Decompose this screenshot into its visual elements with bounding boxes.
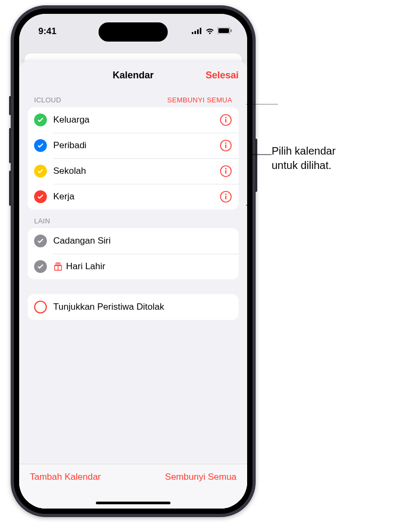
section-header-icloud: ICLOUD SEMBUNYI SEMUA (28, 88, 239, 107)
side-button-vol-up (9, 128, 11, 163)
dynamic-island (99, 22, 168, 42)
status-time: 9:41 (38, 26, 56, 37)
calendar-row-sekolah[interactable]: Sekolah (28, 158, 239, 184)
section-label-icloud: ICLOUD (34, 96, 61, 104)
wifi-icon (205, 26, 215, 37)
check-icon[interactable] (34, 235, 47, 247)
screen: 9:41 (19, 14, 247, 509)
calendar-row-siri[interactable]: Cadangan Siri (28, 228, 239, 254)
cellular-icon (192, 26, 202, 37)
svg-point-11 (225, 142, 227, 144)
home-indicator[interactable] (96, 502, 170, 504)
calendar-label: Kerja (53, 191, 219, 202)
side-button-silence (9, 96, 11, 115)
callout-text: Pilih kalendar untuk dilihat. (272, 144, 336, 173)
calendar-row-birthday[interactable]: Hari Lahir (28, 254, 239, 279)
add-calendar-button[interactable]: Tambah Kalendar (30, 472, 101, 482)
done-button[interactable]: Selesai (206, 70, 239, 81)
check-icon[interactable] (34, 190, 47, 203)
svg-point-17 (225, 194, 227, 195)
iphone-frame: 9:41 (11, 5, 256, 517)
sheet-header: Kalendar Selesai (19, 62, 247, 88)
declined-label: Tunjukkan Peristiwa Ditolak (53, 302, 232, 312)
info-icon[interactable] (219, 139, 232, 152)
check-icon[interactable] (34, 260, 47, 273)
check-icon[interactable] (34, 165, 47, 178)
section-header-lain: LAIN (28, 209, 239, 228)
check-icon[interactable] (34, 114, 47, 126)
lain-group: Cadangan Siri Hari Lahir (28, 228, 239, 279)
calendar-label: Keluarga (53, 115, 219, 125)
calendar-row-kerja[interactable]: Kerja (28, 184, 239, 209)
svg-rect-18 (225, 196, 226, 199)
check-icon[interactable] (34, 139, 47, 152)
svg-rect-6 (231, 29, 232, 32)
icloud-group: Keluarga Peribadi (28, 107, 239, 209)
svg-rect-1 (194, 31, 196, 34)
calendar-label: Hari Lahir (66, 261, 232, 272)
svg-rect-5 (218, 28, 229, 33)
svg-rect-0 (192, 32, 193, 34)
hide-all-button[interactable]: Sembunyi Semua (165, 472, 236, 482)
declined-group: Tunjukkan Peristiwa Ditolak (28, 294, 239, 320)
side-button-vol-down (9, 171, 11, 206)
section-label-lain: LAIN (34, 217, 50, 225)
sheet-title: Kalendar (112, 70, 153, 81)
info-icon[interactable] (219, 114, 232, 126)
calendar-row-peribadi[interactable]: Peribadi (28, 133, 239, 158)
hide-all-icloud-button[interactable]: SEMBUNYI SEMUA (167, 96, 232, 104)
sheet-content[interactable]: ICLOUD SEMBUNYI SEMUA Keluarga (19, 88, 247, 464)
show-declined-row[interactable]: Tunjukkan Peristiwa Ditolak (28, 294, 239, 320)
calendar-sheet: Kalendar Selesai ICLOUD SEMBUNYI SEMUA (19, 62, 247, 509)
svg-rect-15 (225, 170, 226, 174)
calendar-row-keluarga[interactable]: Keluarga (28, 107, 239, 133)
svg-point-14 (225, 168, 227, 170)
svg-rect-2 (197, 29, 199, 34)
gift-icon (53, 262, 63, 271)
calendar-label: Cadangan Siri (53, 236, 232, 246)
check-icon-unchecked[interactable] (34, 301, 47, 313)
info-icon[interactable] (219, 190, 232, 203)
info-icon[interactable] (219, 165, 232, 178)
svg-rect-12 (225, 144, 226, 148)
svg-rect-3 (200, 28, 201, 34)
svg-point-8 (225, 117, 227, 118)
calendar-label: Sekolah (53, 166, 219, 176)
svg-rect-9 (225, 119, 226, 123)
calendar-label: Peribadi (53, 140, 219, 151)
callout-line: Pilih kalendar (272, 144, 336, 158)
callout-line: untuk dilihat. (272, 158, 336, 173)
battery-icon (217, 26, 232, 37)
